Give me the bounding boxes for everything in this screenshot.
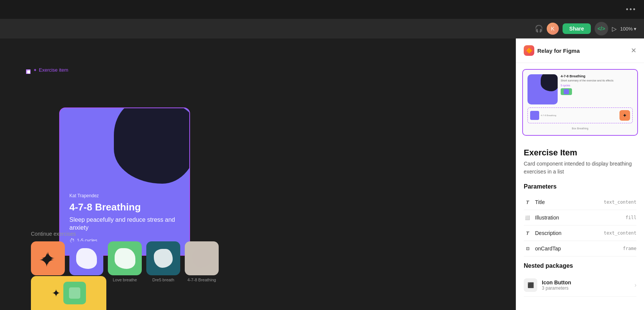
panel-brand: 🔶 Relay for Figma <box>524 45 580 56</box>
panel-body: Exercise Item Card component intended to… <box>516 142 644 262</box>
preview-orange-card: ✦ <box>619 110 630 121</box>
nested-item-name: Icon Button <box>542 279 630 285</box>
zoom-label: 100% <box>620 26 633 32</box>
param-type-icon-T2: T <box>524 229 531 237</box>
preview-list-label-1: 4-7-8 Breathing <box>541 114 556 117</box>
preview-top-row: 4-7-8 Breathing Short summary of the exe… <box>527 74 633 104</box>
preview-list: 4-7-8 Breathing <box>530 111 556 120</box>
param-name-title: Title <box>535 199 600 205</box>
thumb-478 <box>185 241 219 275</box>
thumb-love <box>108 241 142 275</box>
component-title: Exercise Item <box>524 148 636 158</box>
preview-list-row: 4-7-8 Breathing <box>530 111 556 120</box>
top-bar: ••• <box>0 0 644 19</box>
preview-dashed-selection: 4-7-8 Breathing ✦ <box>527 107 633 123</box>
nested-section: Nested packages ⬛ Icon Button 3 paramete… <box>516 262 644 304</box>
blob-shape-3 <box>154 249 173 268</box>
share-button[interactable]: Share <box>563 23 591 34</box>
close-button[interactable]: ✕ <box>631 46 636 55</box>
exercise-name-3: Love breathe <box>113 278 137 282</box>
card-title: 4-7-8 Breathing <box>69 201 180 213</box>
bottom-star-icon: ✦ <box>52 287 60 299</box>
selection-icon: ✦ <box>33 68 37 73</box>
panel-preview: 4-7-8 Breathing Short summary of the exe… <box>522 69 638 136</box>
panel-header: 🔶 Relay for Figma ✕ <box>516 38 644 63</box>
param-row-oncardtap: ⊡ onCardTap frame <box>524 241 636 256</box>
list-item[interactable]: Love breathe <box>108 241 142 287</box>
thumb-box-breathing: ✦ <box>31 241 65 275</box>
param-name-illustration: Illustration <box>535 215 622 221</box>
preview-tag: 5 cycles <box>561 84 633 87</box>
nested-item-info: Icon Button 3 parameters <box>542 279 630 291</box>
param-name-description: Description <box>535 230 600 236</box>
thumb-pursing <box>69 241 103 275</box>
exercise-name-4: Dre5 breath <box>152 278 174 282</box>
list-item[interactable]: Dre5 breath <box>146 241 180 287</box>
preview-blob <box>541 74 558 91</box>
preview-title: 4-7-8 Breathing <box>561 74 633 78</box>
param-type-icon-link: ⊡ <box>524 245 531 252</box>
exercise-label: ✦ Exercise item <box>33 67 68 73</box>
param-name-oncardtap: onCardTap <box>535 246 619 252</box>
preview-inner: 4-7-8 Breathing Short summary of the exe… <box>527 74 633 130</box>
handle-br[interactable] <box>27 70 31 74</box>
param-row-illustration: ⬜ Illustration fill <box>524 210 636 226</box>
brand-icon: 🔶 <box>524 45 534 56</box>
card-blob <box>114 107 190 184</box>
param-value-illustration: fill <box>626 215 636 220</box>
param-type-icon-img: ⬜ <box>524 214 531 221</box>
bottom-card[interactable]: ✦ <box>31 276 106 310</box>
component-desc: Card component intended to display breat… <box>524 160 636 176</box>
param-row-title: T Title text_content <box>524 195 636 210</box>
exercise-name-5: 4-7-8 Breathing <box>187 278 216 282</box>
avatar-initial: K <box>551 26 554 32</box>
param-type-icon-T: T <box>524 198 531 206</box>
headphones-icon[interactable]: 🎧 <box>535 25 543 33</box>
card-author: Kat Trapendez <box>69 193 180 198</box>
code-button[interactable]: </> <box>595 22 608 35</box>
code-icon: </> <box>598 26 605 32</box>
top-bar-dots: ••• <box>626 6 636 14</box>
preview-main-card <box>527 74 558 104</box>
zoom-arrow: ▾ <box>634 26 636 32</box>
avatar[interactable]: K <box>547 23 559 35</box>
play-button[interactable]: ▷ <box>612 25 616 32</box>
preview-layout: 4-7-8 Breathing Short summary of the exe… <box>527 74 633 130</box>
preview-btn <box>561 88 572 95</box>
preview-text-block: 4-7-8 Breathing Short summary of the exe… <box>561 74 633 104</box>
brand-name: Relay for Figma <box>537 48 580 54</box>
preview-label: Box Breathing <box>527 126 633 130</box>
nested-item-icon-button[interactable]: ⬛ Icon Button 3 parameters › <box>524 274 636 297</box>
param-value-oncardtap: frame <box>623 246 636 251</box>
toolbar: 🎧 K Share </> ▷ 100% ▾ <box>0 19 644 38</box>
preview-btn-inner <box>564 89 569 94</box>
brand-logo-shape: 🔶 <box>526 48 532 54</box>
thumb-dre5 <box>146 241 180 275</box>
param-row-description: T Description text_content <box>524 226 636 241</box>
nested-section-title: Nested packages <box>524 262 636 269</box>
parameters-section-title: Parameters <box>524 183 636 190</box>
zoom-control[interactable]: 100% ▾ <box>620 26 636 32</box>
card-subtitle: Sleep peacefully and reduce stress and a… <box>69 216 180 232</box>
bottom-inner-shape <box>69 287 80 299</box>
nested-item-icon: ⬛ <box>524 278 537 292</box>
param-value-title: text_content <box>604 200 636 205</box>
preview-sub: Short summary of the exercise and its ef… <box>561 79 633 82</box>
preview-star-icon: ✦ <box>623 112 627 118</box>
exercise-label-text: Exercise item <box>39 67 68 73</box>
nested-item-params: 3 parameters <box>542 285 630 291</box>
star-shape: ✦ <box>38 249 57 268</box>
right-panel: 🔶 Relay for Figma ✕ 4-7-8 Breathing Shor… <box>516 38 644 310</box>
chevron-right-icon: › <box>635 282 636 289</box>
continue-title: Continue exercises <box>31 231 219 237</box>
preview-list-thumb-1 <box>530 111 539 120</box>
nested-icon-shape: ⬛ <box>527 282 534 288</box>
blob-shape-4 <box>192 249 211 268</box>
blob-shape-1 <box>76 248 97 269</box>
list-item[interactable]: 4-7-8 Breathing <box>185 241 219 287</box>
param-value-description: text_content <box>604 230 636 236</box>
blob-shape-2 <box>115 248 135 269</box>
bottom-green-card <box>63 282 86 304</box>
